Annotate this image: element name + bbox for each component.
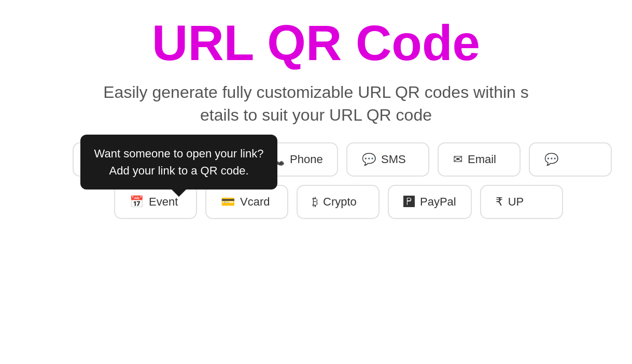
subtitle-line2: etails to suit your URL QR code [21, 104, 611, 127]
btn-email-label: Email [468, 153, 496, 166]
btn-crypto-label: Crypto [323, 195, 357, 209]
btn-sms-label: SMS [381, 153, 406, 166]
crypto-icon: ₿ [312, 195, 318, 209]
email-icon: ✉ [453, 153, 462, 166]
btn-vcard[interactable]: 💳 Vcard [205, 185, 288, 219]
paypal-icon: 🅿 [403, 195, 415, 209]
upi-icon: ₹ [496, 195, 503, 209]
btn-email[interactable]: ✉ Email [438, 142, 521, 177]
btn-sms[interactable]: 💬 SMS [346, 142, 429, 177]
btn-phone-label: Phone [290, 153, 323, 166]
vcard-icon: 💳 [221, 195, 235, 209]
btn-upi[interactable]: ₹ UP [480, 185, 563, 219]
btn-paypal[interactable]: 🅿 PayPal [388, 185, 472, 219]
event-icon: 📅 [130, 195, 144, 209]
page-title: URL QR Code [21, 16, 611, 70]
btn-upi-label: UP [508, 195, 524, 209]
sms-icon: 💬 [362, 153, 376, 166]
tooltip-popup: Want someone to open your link? Add your… [80, 135, 277, 190]
btn-crypto[interactable]: ₿ Crypto [297, 185, 380, 219]
btn-whatsapp[interactable]: 💬 [529, 142, 612, 177]
page-container: URL QR Code Easily generate fully custom… [0, 0, 632, 364]
whatsapp-icon: 💬 [544, 153, 558, 166]
btn-paypal-label: PayPal [420, 195, 456, 209]
buttons-row2: 📅 Event 💳 Vcard ₿ Crypto 🅿 PayPal ₹ UP [21, 185, 611, 219]
subtitle-line1: Easily generate fully customizable URL Q… [21, 81, 611, 104]
btn-vcard-label: Vcard [240, 195, 270, 209]
btn-event-label: Event [149, 195, 178, 209]
